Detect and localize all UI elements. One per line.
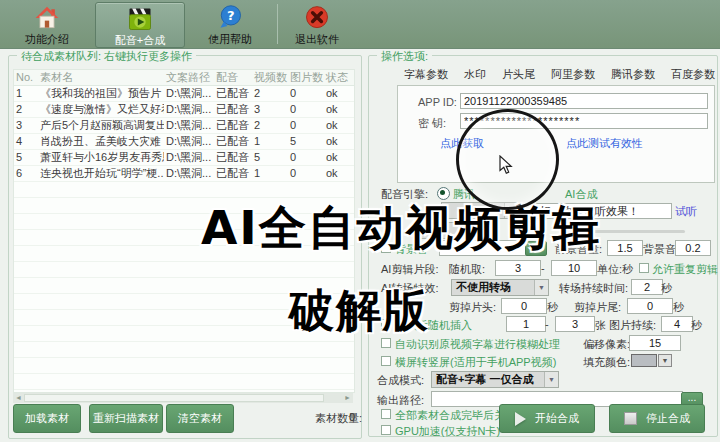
transition-duration-input[interactable]: [631, 279, 663, 295]
toolbar-item-intro[interactable]: 功能介绍: [14, 2, 80, 46]
table-cell: [14, 294, 38, 309]
table-cell: D:\黑洞...: [164, 118, 214, 133]
app-window: { "colors": { "accent_green": "#5f9a68",…: [0, 0, 720, 442]
insert-max-input[interactable]: [555, 316, 595, 332]
table-cell: 已配音: [214, 134, 252, 149]
table-cell: [252, 310, 288, 325]
tab-1[interactable]: 字幕参数: [397, 63, 455, 85]
table-cell: D:\黑洞...: [164, 134, 214, 149]
start-synthesis-button[interactable]: 开始合成: [499, 404, 595, 433]
table-cell: [214, 326, 252, 341]
table-cell: [324, 374, 352, 389]
listen-link[interactable]: 试听: [675, 204, 697, 219]
offset-input[interactable]: [629, 335, 681, 351]
table-row[interactable]: 2《速度与激情》又烂又好看...D:\黑洞...已配音30ok: [14, 102, 354, 118]
table-row[interactable]: [14, 182, 354, 198]
insert-unit: 张: [595, 318, 606, 333]
table-cell: [38, 358, 164, 373]
test-validity-link[interactable]: 点此测试有效性: [566, 136, 643, 151]
table-cell: 已配音: [214, 118, 252, 133]
persist-label: 图片持续:: [609, 318, 656, 333]
toolbar-item-synthesize[interactable]: 配音+合成: [95, 2, 185, 48]
table-cell: D:\黑洞...: [164, 150, 214, 165]
table-cell: [164, 326, 214, 341]
column-header: No.: [14, 70, 38, 85]
table-cell: [214, 294, 252, 309]
allow-repeat-checkbox[interactable]: [639, 263, 649, 273]
table-cell: [38, 182, 164, 197]
load-material-button[interactable]: 加载素材: [13, 404, 81, 433]
scroll-left-icon[interactable]: ◄: [15, 393, 22, 403]
persist-input[interactable]: [661, 316, 693, 332]
table-cell: ok: [324, 166, 352, 181]
table-cell: 连央视也开始玩“明学”梗...: [38, 166, 164, 181]
tab-2[interactable]: 水印: [457, 63, 493, 85]
table-cell: [252, 374, 288, 389]
table-cell: 已配音: [214, 166, 252, 181]
app-id-input[interactable]: [460, 93, 708, 109]
table-cell: ok: [324, 118, 352, 133]
transition-select-value: 不使用转场: [456, 280, 511, 295]
table-cell: [38, 262, 164, 277]
gpu-checkbox[interactable]: [381, 425, 391, 435]
trim-head-unit: 秒: [547, 300, 558, 315]
insert-min-input[interactable]: [506, 316, 546, 332]
fg-volume-input[interactable]: [607, 240, 643, 256]
tab-3[interactable]: 片头尾: [495, 63, 542, 85]
clip-dash: -: [541, 262, 545, 274]
toolbar-item-exit[interactable]: 退出软件: [283, 2, 351, 46]
column-header: 图片数: [288, 70, 324, 85]
table-row[interactable]: 4肖战扮丑、孟美岐大灾难，...D:\黑洞...已配音15ok: [14, 134, 354, 150]
table-cell: 1: [252, 166, 288, 181]
table-row[interactable]: [14, 342, 354, 358]
transition-select[interactable]: 不使用转场 ▼: [451, 279, 549, 296]
table-row[interactable]: [14, 358, 354, 374]
table-cell: [324, 182, 352, 197]
scroll-right-icon[interactable]: ►: [344, 393, 351, 403]
table-cell: [252, 294, 288, 309]
tab-6[interactable]: 百度参数: [664, 63, 720, 85]
clear-material-button[interactable]: 清空素材: [166, 404, 234, 433]
table-cell: [214, 262, 252, 277]
table-row[interactable]: 1《我和我的祖国》预告片！...D:\黑洞...已配音20ok: [14, 86, 354, 102]
fill-color-dropdown-icon[interactable]: ▼: [658, 354, 672, 367]
toolbar-item-help[interactable]: ? 使用帮助: [196, 2, 264, 46]
clip-min-input[interactable]: [495, 260, 541, 276]
fill-color-swatch[interactable]: [631, 354, 657, 367]
chevron-down-icon: ▼: [544, 372, 558, 387]
table-cell: 0: [288, 102, 324, 117]
table-row[interactable]: 5萧亚轩与小16岁男友再秀恩...D:\黑洞...已配音50ok: [14, 150, 354, 166]
shutdown-checkbox[interactable]: [381, 409, 391, 419]
trim-tail-input[interactable]: [627, 298, 673, 314]
rescan-material-button[interactable]: 重新扫描素材: [89, 404, 163, 433]
clip-max-input[interactable]: [551, 260, 597, 276]
table-cell: [164, 182, 214, 197]
scrollbar-thumb[interactable]: [24, 394, 324, 402]
table-cell: [14, 374, 38, 389]
table-cell: [164, 262, 214, 277]
table-cell: [38, 278, 164, 293]
table-row[interactable]: [14, 262, 354, 278]
tab-4[interactable]: 阿里参数: [544, 63, 602, 85]
trim-head-input[interactable]: [501, 298, 547, 314]
table-cell: [14, 358, 38, 373]
stop-synthesis-button[interactable]: 停止合成: [609, 404, 705, 433]
table-cell: [288, 358, 324, 373]
toolbar-item-label: 配音+合成: [96, 33, 184, 48]
rotate-checkbox[interactable]: [381, 356, 391, 366]
table-cell: [14, 182, 38, 197]
clip-random-label: 随机取:: [449, 262, 485, 277]
table-row[interactable]: 6连央视也开始玩“明学”梗...D:\黑洞...已配音10ok: [14, 166, 354, 182]
column-header: 文案路径: [164, 70, 214, 85]
trim-tail-label: 剪掉片尾:: [574, 300, 621, 315]
table-cell: [288, 342, 324, 357]
table-row[interactable]: [14, 374, 354, 390]
table-cell: [14, 198, 38, 213]
tab-5[interactable]: 腾讯参数: [604, 63, 662, 85]
table-horizontal-scrollbar[interactable]: ◄ ►: [13, 393, 353, 403]
app-id-label: APP ID:: [418, 96, 457, 108]
bg-volume-input[interactable]: [675, 240, 711, 256]
table-row[interactable]: 3产后5个月赵丽颖高调复出，...D:\黑洞...已配音20ok: [14, 118, 354, 134]
mode-select[interactable]: 配音+字幕 一仅合成 ▼: [431, 371, 559, 388]
column-header: 视频数: [252, 70, 288, 85]
